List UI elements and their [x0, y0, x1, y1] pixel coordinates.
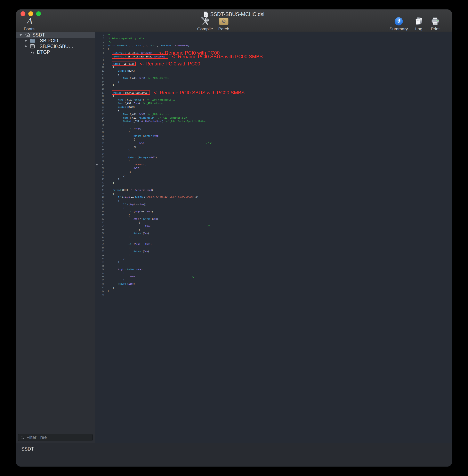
code-line[interactable]: 29 Return (Buffer (One) — [95, 134, 452, 138]
code-line[interactable]: 61 Return (One) — [95, 250, 452, 253]
code-line[interactable]: 28 { — [95, 131, 452, 134]
code-line[interactable]: 55 } — [95, 228, 452, 232]
code-line[interactable]: 13 Name (_ADR, Zero) // _ADR: Address — [95, 76, 452, 80]
code-token: 0x03 — [145, 225, 150, 227]
tree-item-sb-pci0[interactable]: _SB.PCI0 — [16, 38, 95, 44]
code-line[interactable]: 32 }) — [95, 145, 452, 149]
code-line[interactable]: 71 } — [95, 286, 452, 289]
code-line[interactable]: 48 If ((Arg1 == One)) — [95, 203, 452, 206]
summary-button[interactable]: i Summary — [389, 17, 408, 31]
code-line[interactable]: 70 Return (Zero) — [95, 282, 452, 286]
tree-item-dtgp[interactable]: DTGP — [16, 49, 95, 55]
code-line[interactable]: 25 Method (_DSM, 4, NotSerialized) // _D… — [95, 120, 452, 123]
code-line[interactable]: 42 } — [95, 181, 452, 185]
code-line[interactable]: 49 { — [95, 206, 452, 210]
disclosure-closed-icon[interactable] — [25, 39, 27, 42]
code-line[interactable]: 67 { — [95, 271, 452, 275]
filter-tree-input[interactable] — [18, 434, 93, 441]
tree-item-ssdt[interactable]: SSDT — [16, 32, 95, 38]
code-token: // _ADR: Address — [148, 113, 169, 115]
line-number: 5 — [95, 47, 108, 51]
code-line[interactable]: 16 — [95, 87, 452, 91]
code-line[interactable]: 40 } — [95, 174, 452, 178]
code-line[interactable]: 7 External (_SB_.PCI0.SBUS.BUS0, DeviceO… — [95, 55, 452, 59]
log-button[interactable]: Log — [415, 17, 423, 31]
code-line[interactable]: 23 Name (_ADR, 0x57) // _ADR: Address — [95, 112, 452, 116]
code-line[interactable]: 73 — [95, 293, 452, 297]
compile-button[interactable]: Compile — [197, 17, 213, 31]
code-line[interactable]: 18 { — [95, 94, 452, 98]
line-number: 30 — [95, 138, 108, 141]
status-scope-text: SSDT — [21, 446, 34, 452]
code-line[interactable]: 62 } — [95, 253, 452, 257]
code-token: } — [108, 149, 130, 151]
code-line[interactable]: 50 If ((Arg2 == Zero)) — [95, 210, 452, 214]
code-line[interactable]: 64 } — [95, 260, 452, 264]
code-line[interactable]: 56 Return (One) — [95, 232, 452, 235]
code-line[interactable]: 72} — [95, 289, 452, 293]
disclosure-open-icon[interactable] — [19, 34, 22, 36]
code-line[interactable]: 69 } — [95, 278, 452, 282]
code-line[interactable]: 10 { — [95, 65, 452, 69]
code-line[interactable]: 51 { — [95, 214, 452, 217]
print-button[interactable]: Print — [431, 17, 440, 31]
code-line[interactable]: 36 { — [95, 159, 452, 163]
code-line[interactable]: 22 { — [95, 109, 452, 112]
code-token — [150, 225, 207, 227]
code-line[interactable]: 2 * SMBus compatibility table. — [95, 37, 452, 40]
code-line[interactable]: 39 }) — [95, 170, 452, 174]
code-line[interactable]: 20 Name (_ADR, Zero) // _ADR: Address — [95, 102, 452, 105]
code-line[interactable]: 33 } — [95, 149, 452, 152]
code-line[interactable]: 59 If ((Arg2 == One)) — [95, 242, 452, 246]
code-token: // _DSM: Device-Specific Method — [166, 120, 206, 122]
tree-item-label: DTGP — [37, 49, 50, 55]
patch-button[interactable]: ⚙ Patch — [218, 17, 229, 31]
code-line[interactable]: 68 0x00 // . — [95, 275, 452, 279]
code-line[interactable]: 35 Return (Package (0x02) — [95, 156, 452, 159]
line-number: 6 — [95, 51, 108, 55]
code-line[interactable]: 30 { — [95, 138, 452, 141]
code-line[interactable]: 12 { — [95, 73, 452, 76]
code-line[interactable]: 58 — [95, 239, 452, 242]
code-line[interactable]: 27 If (!Arg2) — [95, 127, 452, 131]
tree-item-sb-pci0-sbus[interactable]: _SB.PCI0.SBU… — [16, 44, 95, 49]
code-line[interactable]: 17 Device (_SB.PCI0.SBUS.BUS0)<- Rename … — [95, 91, 452, 95]
code-line[interactable]: 52 Arg4 = Buffer (One) — [95, 217, 452, 221]
code-line[interactable]: 46 If ((Arg0 == ToUUID ("a0b5b7c6-1318-4… — [95, 195, 452, 199]
code-line[interactable]: 41 } — [95, 178, 452, 181]
code-line[interactable]: 65 — [95, 264, 452, 268]
code-line[interactable]: 3 */ — [95, 40, 452, 44]
line-number: 2 — [95, 37, 108, 40]
code-line[interactable]: 11 Device (MCHC) — [95, 69, 452, 73]
code-line[interactable]: 34 — [95, 152, 452, 156]
code-line[interactable]: 6 External (_SB_.PCI0, DeviceObj)<- Rena… — [95, 51, 452, 55]
code-line[interactable]: 47 { — [95, 199, 452, 203]
code-line[interactable]: 26 { — [95, 123, 452, 127]
fonts-button[interactable]: A Fonts — [24, 17, 35, 31]
code-line[interactable]: 44 Method (DTGP, 5, NotSerialized) — [95, 188, 452, 192]
code-line[interactable]: 43 — [95, 185, 452, 188]
code-line[interactable]: 66 Arg4 = Buffer (One) — [95, 268, 452, 271]
code-editor[interactable]: 1/*2 * SMBus compatibility table.3 */4De… — [95, 32, 452, 443]
code-line[interactable]: 19 Name (_CID, "smbus") // _CID: Compati… — [95, 98, 452, 102]
code-line[interactable]: 31 0x57 // W — [95, 141, 452, 145]
code-line[interactable]: 24 Name (_CID, "diagsvault") // _CID: Co… — [95, 116, 452, 120]
code-line[interactable]: 37 "address", — [95, 163, 452, 167]
code-line[interactable]: 38 0x57 — [95, 167, 452, 170]
code-line[interactable]: 1/* — [95, 33, 452, 37]
code-line[interactable]: 9 Scope (_SB.PCI0)<- Rename PCI0 with PC… — [95, 62, 452, 66]
code-line[interactable]: 63 } — [95, 257, 452, 261]
line-number: 3 — [95, 40, 108, 44]
code-line[interactable]: 14 } — [95, 80, 452, 84]
code-line[interactable]: 15 } — [95, 84, 452, 87]
code-line[interactable]: 60 { — [95, 246, 452, 250]
code-token: Arg0 — [124, 196, 130, 198]
code-line[interactable]: 21 Device (DVL0) — [95, 105, 452, 109]
disclosure-closed-icon[interactable] — [25, 45, 27, 48]
code-line[interactable]: 4DefinitionBlock ("", "SSDT", 2, "ACDT",… — [95, 44, 452, 48]
code-line[interactable]: 54 0x03 // . — [95, 224, 452, 228]
code-line[interactable]: 57 } — [95, 235, 452, 239]
code-line[interactable]: 53 { — [95, 221, 452, 224]
code-token — [108, 275, 130, 278]
code-line[interactable]: 45 { — [95, 192, 452, 195]
